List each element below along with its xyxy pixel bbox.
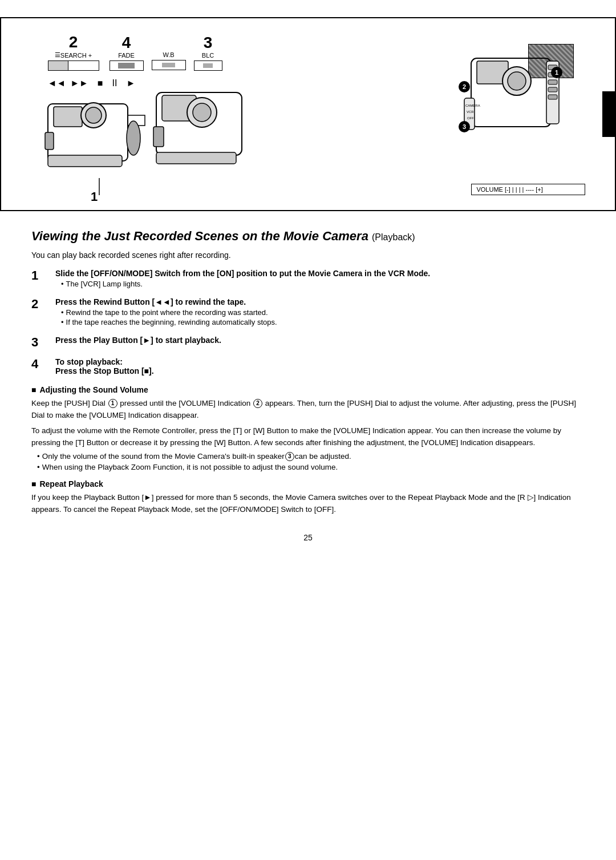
illustration-area: 2 ☰ SEARCH + 4 FADE W.B: [0, 17, 616, 211]
camera-right: CAMERA VCR OFF 1 2 3 VOLUME [-] | | | | …: [403, 35, 585, 201]
circled-1: 1: [108, 399, 117, 408]
step-3-title: Press the Play Button [►] to start playb…: [55, 336, 585, 345]
svg-rect-4: [45, 132, 54, 150]
step-1-title: Slide the [OFF/ON/MODE] Switch from the …: [55, 269, 585, 278]
svg-rect-23: [548, 80, 557, 84]
svg-rect-13: [153, 127, 164, 147]
step-1-bullet-1: The [VCR] Lamp lights.: [61, 280, 585, 288]
step-4-title: To stop playback:Press the Stop Button […: [55, 357, 585, 376]
volume-text: VOLUME [-] | | | | ---- [+]: [476, 186, 542, 193]
step-2-content: Press the Rewind Button [◄◄] to rewind t…: [55, 297, 585, 328]
svg-text:3: 3: [463, 123, 466, 130]
svg-text:OFF: OFF: [467, 116, 474, 120]
svg-rect-5: [48, 155, 122, 167]
svg-text:1: 1: [91, 189, 98, 204]
step-number-2: 2: [31, 297, 53, 311]
step-number-1: 1: [31, 269, 53, 282]
fade-label: FADE: [118, 52, 135, 59]
repeat-playback-body: If you keep the Playback Button [►] pres…: [31, 492, 585, 516]
circled-2: 2: [253, 399, 262, 408]
step-3: 3 Press the Play Button [►] to start pla…: [31, 336, 585, 349]
camera-right-svg: CAMERA VCR OFF 1 2 3: [403, 41, 574, 189]
circled-3: 3: [285, 452, 294, 461]
step-number-3: 3: [31, 336, 53, 349]
svg-text:VCR: VCR: [467, 110, 474, 114]
title-text: Viewing the Just Recorded Scenes on the …: [31, 229, 372, 243]
step-3-content: Press the Play Button [►] to start playb…: [55, 336, 585, 346]
svg-rect-1: [54, 107, 82, 127]
svg-rect-14: [156, 152, 236, 164]
svg-rect-25: [548, 95, 557, 99]
page-number: 25: [31, 533, 585, 554]
step-4-content: To stop playback:Press the Stop Button […: [55, 357, 585, 377]
svg-point-19: [508, 72, 526, 90]
volume-indicator: VOLUME [-] | | | | ---- [+]: [471, 184, 585, 195]
step-num-2: 2: [69, 34, 78, 50]
step-num-4: 4: [122, 35, 131, 51]
adjusting-sound-header: Adjusting the Sound Volume: [31, 385, 585, 394]
svg-point-12: [193, 103, 211, 122]
svg-text:1: 1: [555, 69, 558, 76]
svg-text:CAMERA: CAMERA: [465, 104, 480, 107]
step-2-bullet-2: If the tape reaches the beginning, rewin…: [61, 318, 585, 326]
playback-label: (Playback): [372, 232, 415, 242]
step-1-content: Slide the [OFF/ON/MODE] Switch from the …: [55, 269, 585, 289]
repeat-playback-header: Repeat Playback: [31, 479, 585, 488]
search-label: SEARCH +: [60, 52, 92, 59]
step-4: 4 To stop playback:Press the Stop Button…: [31, 357, 585, 377]
adjusting-sound-body-1: Keep the [PUSH] Dial 1 pressed until the…: [31, 398, 585, 422]
svg-rect-24: [548, 87, 557, 92]
step-num-3: 3: [204, 35, 213, 51]
intro-text: You can play back recorded scenes right …: [31, 251, 585, 260]
camera-body-svg: 1: [42, 58, 282, 207]
step-2: 2 Press the Rewind Button [◄◄] to rewind…: [31, 297, 585, 328]
adjusting-bullet-1: Only the volume of the sound from the Mo…: [37, 452, 585, 461]
svg-text:2: 2: [463, 83, 466, 90]
step-1: 1 Slide the [OFF/ON/MODE] Switch from th…: [31, 269, 585, 289]
illustration-inner: 2 ☰ SEARCH + 4 FADE W.B: [14, 24, 603, 204]
wb-label: W.B: [163, 51, 174, 58]
blc-label: BLC: [202, 52, 214, 59]
svg-point-7: [127, 121, 140, 155]
title-italic: Viewing the Just Recorded Scenes on the …: [31, 229, 368, 243]
svg-point-3: [86, 107, 102, 123]
black-tab: [602, 91, 615, 137]
main-title: Viewing the Just Recorded Scenes on the …: [31, 228, 585, 245]
step-2-bullet-1: Rewind the tape to the point where the r…: [61, 308, 585, 317]
adjusting-bullet-2: When using the Playback Zoom Function, i…: [37, 463, 585, 471]
adjusting-sound-body-2: To adjust the volume with the Remote Con…: [31, 425, 585, 449]
step-2-title: Press the Rewind Button [◄◄] to rewind t…: [55, 297, 585, 306]
content-area: Viewing the Just Recorded Scenes on the …: [0, 228, 616, 554]
step-number-4: 4: [31, 357, 53, 371]
